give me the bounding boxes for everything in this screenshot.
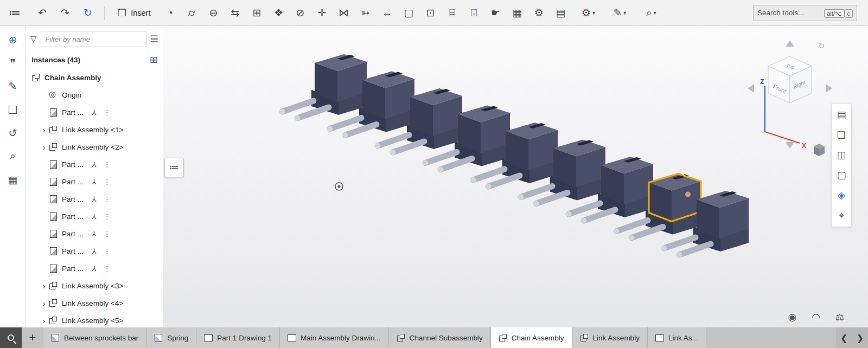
tree-row[interactable]: › Part ... ⅄ ⋮ — [26, 104, 163, 121]
ball-mate-icon[interactable]: ⊖ — [202, 3, 224, 23]
history-panel-icon[interactable]: ↺ — [5, 125, 21, 141]
measure-align-icon[interactable]: ↔ — [376, 3, 398, 23]
tab-label: Link Assembly — [593, 334, 640, 342]
list-view-icon[interactable]: ☰ — [150, 34, 158, 45]
filter-by-name-input[interactable] — [41, 31, 146, 47]
document-tab[interactable]: Chain Assembly — [491, 327, 572, 348]
properties-panel-icon[interactable]: ❏ — [5, 101, 21, 118]
view-cube-body[interactable]: Top Front Right — [768, 56, 812, 103]
pattern-grid-icon[interactable]: ▦ — [506, 3, 528, 23]
expand-chevron-icon[interactable]: › — [39, 299, 49, 308]
scroll-tabs-right-button[interactable]: ❯ — [857, 333, 864, 343]
circular-pattern-icon[interactable]: ❖ — [267, 3, 289, 23]
add-tab-button[interactable]: + — [22, 327, 43, 348]
measure-icon[interactable]: ⌖ — [833, 207, 850, 223]
performance-icon[interactable]: ◠ — [812, 311, 820, 323]
document-tab[interactable]: Between sprockets bar — [43, 327, 146, 348]
model-list-icon[interactable]: ▤ — [833, 107, 850, 123]
tree-row[interactable]: › Part ... ⅄ ⋮ — [26, 208, 163, 225]
rotate-right-arrow[interactable] — [826, 84, 832, 93]
document-tab[interactable]: Link As... — [648, 327, 706, 348]
render-quality-icon[interactable]: ◈ — [833, 187, 850, 203]
drawing-icon — [204, 333, 213, 342]
transform-icon[interactable]: ☛ — [484, 3, 506, 23]
linear-pattern-icon[interactable]: ⊞ — [246, 3, 267, 23]
assembly-settings-menu[interactable]: ⚙ ▾ — [572, 3, 604, 23]
revolute-mate-icon[interactable]: ⌭ — [181, 3, 202, 23]
viewport-corner-tools: ◉ ◠ ⚖ — [788, 311, 844, 323]
tree-row[interactable]: › Part ... ⅄ ⋮ — [26, 260, 163, 277]
instance-label: Part ... — [62, 212, 84, 221]
slider-mate-icon[interactable]: ⇆ — [224, 3, 246, 23]
selection-box-icon[interactable]: ▢ — [398, 3, 419, 23]
roll-view-arrow[interactable]: ↻ — [818, 41, 825, 50]
document-tab[interactable]: Link Assembly — [572, 327, 648, 348]
snap-mode-menu[interactable]: ⌕ ▾ — [635, 3, 667, 23]
document-tab[interactable]: Channel Subassembly — [389, 327, 491, 348]
rotate-down-arrow[interactable] — [786, 142, 794, 149]
expand-chevron-icon[interactable]: › — [39, 316, 49, 325]
tree-row[interactable]: › Link Assembly <3> ⅄ ⋮ — [26, 277, 163, 294]
mate-tool-icon[interactable]: ◔ — [159, 3, 181, 23]
chain-assembly-model[interactable] — [279, 54, 749, 257]
tree-row[interactable]: › Part ... ⅄ ⋮ — [26, 173, 163, 190]
appearance-icon[interactable]: ◉ — [788, 311, 796, 323]
instance-label: Part ... — [62, 195, 84, 203]
tree-row[interactable]: › Part ... ⅄ ⋮ — [26, 156, 163, 173]
document-tab[interactable]: Part 1 Drawing 1 — [196, 327, 280, 348]
insert-button[interactable]: ❐ Insert — [110, 4, 158, 22]
tree-row[interactable]: › Part ... ⅄ ⋮ — [26, 242, 163, 260]
tree-row[interactable]: › Link Assembly <1> ⅄ ⋮ — [26, 121, 163, 138]
instance-label: Link Assembly <5> — [62, 317, 123, 325]
search-tools-input[interactable]: Search tools... alt/⌥c — [753, 5, 857, 21]
feature-list-flyout-button[interactable]: ≔ — [164, 158, 184, 177]
insert-revolve-icon[interactable]: ⌸ — [441, 3, 463, 23]
isometric-view-icon[interactable] — [814, 144, 825, 156]
pin-slot-mate-icon[interactable]: ⊘ — [289, 3, 311, 23]
update-document-button[interactable]: ↻ — [77, 3, 99, 23]
tree-row[interactable]: › Link Assembly <5> ⅄ ⋮ — [26, 312, 163, 327]
search-tabs-button[interactable] — [0, 327, 22, 348]
notes-panel-icon[interactable]: ✎ — [5, 78, 21, 94]
redo-button[interactable]: ↷ — [54, 3, 76, 23]
document-tab[interactable]: Main Assembly Drawin... — [280, 327, 389, 348]
create-subassembly-icon[interactable]: ⊞ — [150, 54, 157, 66]
tree-row[interactable]: › Link Assembly <4> ⅄ ⋮ — [26, 294, 163, 312]
replicate-icon[interactable]: ⊡ — [419, 3, 441, 23]
configurations-cube-icon[interactable]: ❏ — [833, 127, 850, 143]
expand-chevron-icon[interactable]: › — [39, 143, 49, 152]
origin-marker[interactable] — [335, 183, 343, 190]
expand-chevron-icon[interactable]: › — [39, 281, 49, 291]
document-tab[interactable]: Spring — [146, 327, 196, 348]
tree-row[interactable]: › Part ... ⅄ ⋮ — [26, 225, 163, 242]
display-states-icon[interactable]: ◫ — [833, 147, 850, 163]
instances-panel: ▽ ☰ Instances (43) ⊞ › Chain Assembly ⅄ — [26, 26, 163, 327]
tree-row[interactable]: › Part ... ⅄ ⋮ — [26, 190, 163, 208]
chain-link-instance[interactable] — [279, 54, 367, 121]
mate-relation-icon[interactable]: ➳ — [354, 3, 376, 23]
expand-chevron-icon[interactable]: › — [39, 125, 49, 134]
comments-panel-icon[interactable]: ❞ — [5, 55, 21, 71]
app-menu-icon[interactable]: ≔ — [5, 3, 24, 23]
tree-row[interactable]: › Chain Assembly ⅄ ⋮ — [26, 69, 163, 86]
undo-button[interactable]: ↶ — [31, 3, 53, 23]
part-icon — [49, 212, 58, 221]
bom-edit-menu[interactable]: ✎ ▾ — [604, 3, 635, 23]
scroll-tabs-left-button[interactable]: ❮ — [840, 333, 847, 343]
assembly-viewport[interactable]: ≔ ↻ Top Front Right — [163, 26, 868, 327]
bom-panel-icon[interactable]: ▦ — [5, 171, 21, 188]
tree-row[interactable]: › Origin ⅄ ⋮ — [26, 86, 163, 104]
tree-row[interactable]: › Link Assembly <2> ⅄ ⋮ — [26, 138, 163, 156]
named-views-icon[interactable]: ▤ — [550, 3, 571, 23]
rotate-left-arrow[interactable] — [748, 84, 754, 93]
section-view-icon[interactable]: ▢ — [833, 167, 850, 183]
parallel-mate-icon[interactable]: ⋈ — [333, 3, 354, 23]
configurations-icon[interactable]: ⚙ — [528, 3, 550, 23]
fastened-mate-icon[interactable]: ✛ — [311, 3, 333, 23]
rotate-up-arrow[interactable] — [786, 40, 794, 47]
group-parts-icon[interactable]: ⌺ — [463, 3, 484, 23]
search-panel-icon[interactable]: ⌕ — [5, 148, 21, 164]
instances-panel-icon[interactable]: ⊕ — [5, 31, 21, 48]
dof-flag-icon: ⋮ — [104, 178, 111, 186]
mass-properties-icon[interactable]: ⚖ — [835, 311, 844, 323]
